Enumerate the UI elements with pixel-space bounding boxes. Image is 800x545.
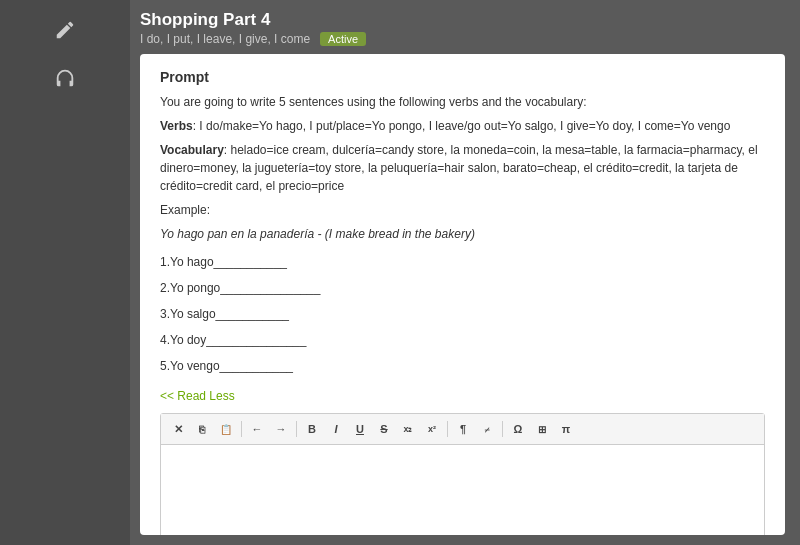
toolbar-sep-4 (502, 421, 503, 437)
toolbar-strikethrough[interactable]: S (373, 418, 395, 440)
content-card: Prompt You are going to write 5 sentence… (140, 54, 785, 535)
prompt-vocab: Vocabulary: helado=ice cream, dulcería=c… (160, 141, 765, 195)
vocab-text: : helado=ice cream, dulcería=candy store… (160, 143, 758, 193)
verbs-text: : I do/make=Yo hago, I put/place=Yo pong… (193, 119, 731, 133)
main-area: Shopping Part 4 I do, I put, I leave, I … (130, 0, 800, 545)
toolbar-bold[interactable]: B (301, 418, 323, 440)
header: Shopping Part 4 I do, I put, I leave, I … (140, 10, 785, 46)
toolbar-formula[interactable]: π (555, 418, 577, 440)
toolbar-copy[interactable]: ⎘ (191, 418, 213, 440)
toolbar-sep-1 (241, 421, 242, 437)
status-badge: Active (320, 32, 366, 46)
sentence-4: 4.Yo doy_______________ (160, 331, 765, 349)
headphones-icon-button[interactable] (45, 58, 85, 98)
toolbar-italic[interactable]: I (325, 418, 347, 440)
header-subtitle: I do, I put, I leave, I give, I come Act… (140, 32, 785, 46)
read-less-link[interactable]: << Read Less (160, 389, 765, 403)
toolbar-redo[interactable]: → (270, 418, 292, 440)
editor-container: ✕ ⎘ 📋 ← → B I U S x₂ x² ¶ ⌿ Ω ⊞ π (160, 413, 765, 535)
example-text: Yo hago pan en la panadería - (I make br… (160, 225, 765, 243)
prompt-label: Prompt (160, 69, 765, 85)
example-label: Example: (160, 201, 765, 219)
prompt-verbs: Verbs: I do/make=Yo hago, I put/place=Yo… (160, 117, 765, 135)
sentence-1: 1.Yo hago___________ (160, 253, 765, 271)
page-title: Shopping Part 4 (140, 10, 785, 30)
toolbar-table[interactable]: ⊞ (531, 418, 553, 440)
toolbar-special-chars[interactable]: Ω (507, 418, 529, 440)
toolbar-sep-2 (296, 421, 297, 437)
sentence-2: 2.Yo pongo_______________ (160, 279, 765, 297)
toolbar-cut[interactable]: ✕ (167, 418, 189, 440)
pencil-icon-button[interactable] (45, 10, 85, 50)
toolbar-sep-3 (447, 421, 448, 437)
sentence-5: 5.Yo vengo___________ (160, 357, 765, 375)
editor-body[interactable] (161, 445, 764, 535)
vocab-label: Vocabulary (160, 143, 224, 157)
sentence-3: 3.Yo salgo___________ (160, 305, 765, 323)
toolbar-format[interactable]: ¶ (452, 418, 474, 440)
toolbar-subscript[interactable]: x₂ (397, 418, 419, 440)
verbs-label: Verbs (160, 119, 193, 133)
editor-toolbar: ✕ ⎘ 📋 ← → B I U S x₂ x² ¶ ⌿ Ω ⊞ π (161, 414, 764, 445)
sidebar (0, 0, 130, 545)
prompt-content: You are going to write 5 sentences using… (160, 93, 765, 383)
subtitle-text: I do, I put, I leave, I give, I come (140, 32, 310, 46)
toolbar-superscript[interactable]: x² (421, 418, 443, 440)
toolbar-undo[interactable]: ← (246, 418, 268, 440)
toolbar-paste[interactable]: 📋 (215, 418, 237, 440)
toolbar-underline[interactable]: U (349, 418, 371, 440)
prompt-intro: You are going to write 5 sentences using… (160, 93, 765, 111)
toolbar-clear[interactable]: ⌿ (476, 418, 498, 440)
